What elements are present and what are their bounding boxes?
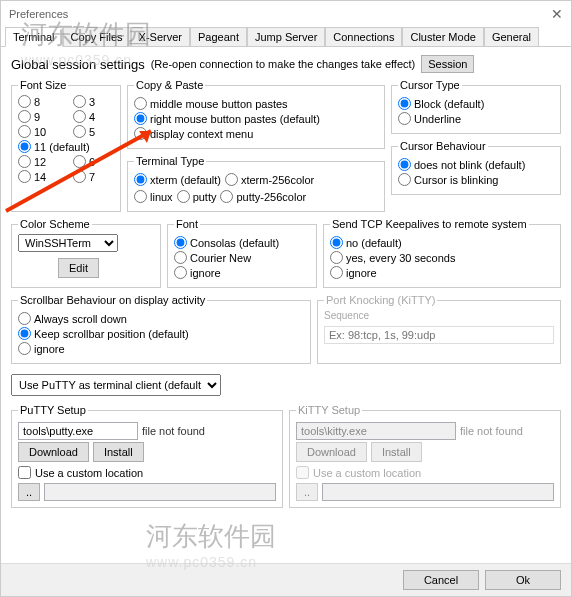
terminal-client-select[interactable]: Use PuTTY as terminal client (default)	[11, 374, 221, 396]
font-ignore[interactable]: ignore	[174, 266, 310, 279]
cancel-button[interactable]: Cancel	[403, 570, 479, 590]
colorscheme-select[interactable]: WinSSHTerm	[18, 234, 118, 252]
kitty-path-input	[296, 422, 456, 440]
sb-keep[interactable]: Keep scrollbar position (default)	[18, 327, 304, 340]
putty-custom-path[interactable]	[44, 483, 276, 501]
putty-legend: PuTTY Setup	[18, 404, 88, 416]
colorscheme-legend: Color Scheme	[18, 218, 92, 230]
kitty-install-button: Install	[371, 442, 422, 462]
fontsize-6[interactable]: 6	[73, 155, 114, 168]
kitty-custom-path	[322, 483, 554, 501]
fontsize-14[interactable]: 14	[18, 170, 65, 183]
tab-copy-files[interactable]: Copy Files	[63, 27, 131, 47]
cursortype-legend: Cursor Type	[398, 79, 462, 91]
close-icon[interactable]: ✕	[551, 6, 563, 22]
tt-putty256[interactable]: putty-256color	[220, 190, 306, 203]
fontsize-9[interactable]: 9	[18, 110, 65, 123]
tab-x-server[interactable]: X-Server	[131, 27, 190, 47]
tab-connections[interactable]: Connections	[325, 27, 402, 47]
fontsize-legend: Font Size	[18, 79, 68, 91]
cb-blink[interactable]: Cursor is blinking	[398, 173, 554, 186]
tab-jump-server[interactable]: Jump Server	[247, 27, 325, 47]
putty-install-button[interactable]: Install	[93, 442, 144, 462]
kitty-download-button: Download	[296, 442, 367, 462]
portknock-sublabel: Sequence	[324, 310, 554, 322]
putty-browse-button[interactable]: ..	[18, 483, 40, 501]
font-courier[interactable]: Courier New	[174, 251, 310, 264]
ok-button[interactable]: Ok	[485, 570, 561, 590]
scrollbeh-legend: Scrollbar Behaviour on display activity	[18, 294, 207, 306]
cp-middle[interactable]: middle mouse button pastes	[134, 97, 378, 110]
colorscheme-edit-button[interactable]: Edit	[58, 258, 99, 278]
fontsize-4[interactable]: 4	[73, 110, 114, 123]
termtype-legend: Terminal Type	[134, 155, 206, 167]
sb-ignore[interactable]: ignore	[18, 342, 304, 355]
fontsize-10[interactable]: 10	[18, 125, 65, 138]
putty-custom-check[interactable]: Use a custom location	[18, 466, 276, 479]
kitty-notfound: file not found	[460, 425, 523, 437]
portknock-legend: Port Knocking (KiTTY)	[324, 294, 437, 306]
putty-path-input[interactable]	[18, 422, 138, 440]
putty-download-button[interactable]: Download	[18, 442, 89, 462]
fontsize-11[interactable]: 11 (default)	[18, 140, 114, 153]
cp-context[interactable]: display context menu	[134, 127, 378, 140]
ka-yes[interactable]: yes, every 30 seconds	[330, 251, 554, 264]
ct-underline[interactable]: Underline	[398, 112, 554, 125]
cb-noblink[interactable]: does not blink (default)	[398, 158, 554, 171]
fontsize-7[interactable]: 7	[73, 170, 114, 183]
ka-ignore[interactable]: ignore	[330, 266, 554, 279]
tab-cluster-mode[interactable]: Cluster Mode	[402, 27, 483, 47]
tt-xterm256[interactable]: xterm-256color	[225, 173, 314, 186]
cursorbeh-legend: Cursor Behaviour	[398, 140, 488, 152]
window-title: Preferences	[9, 8, 68, 20]
fontsize-5[interactable]: 5	[73, 125, 114, 138]
session-button[interactable]: Session	[421, 55, 474, 73]
font-legend: Font	[174, 218, 200, 230]
tabs-bar: Terminal Copy Files X-Server Pageant Jum…	[1, 27, 571, 47]
cp-right[interactable]: right mouse button pastes (default)	[134, 112, 378, 125]
kitty-custom-check: Use a custom location	[296, 466, 554, 479]
global-session-label: Global session settings	[11, 57, 145, 72]
tab-terminal[interactable]: Terminal	[5, 27, 63, 47]
ka-no[interactable]: no (default)	[330, 236, 554, 249]
tab-pageant[interactable]: Pageant	[190, 27, 247, 47]
global-session-hint: (Re-open connection to make the changes …	[151, 58, 416, 70]
putty-notfound: file not found	[142, 425, 205, 437]
fontsize-8[interactable]: 8	[18, 95, 65, 108]
tt-xterm[interactable]: xterm (default)	[134, 173, 221, 186]
tt-linux[interactable]: linux	[134, 190, 173, 203]
tab-general[interactable]: General	[484, 27, 539, 47]
kitty-legend: KiTTY Setup	[296, 404, 362, 416]
keepalive-legend: Send TCP Keepalives to remote system	[330, 218, 529, 230]
tt-putty[interactable]: putty	[177, 190, 217, 203]
sb-always[interactable]: Always scroll down	[18, 312, 304, 325]
fontsize-3[interactable]: 3	[73, 95, 114, 108]
font-consolas[interactable]: Consolas (default)	[174, 236, 310, 249]
fontsize-12[interactable]: 12	[18, 155, 65, 168]
copypaste-legend: Copy & Paste	[134, 79, 205, 91]
kitty-browse-button: ..	[296, 483, 318, 501]
ct-block[interactable]: Block (default)	[398, 97, 554, 110]
portknock-input[interactable]	[324, 326, 554, 344]
